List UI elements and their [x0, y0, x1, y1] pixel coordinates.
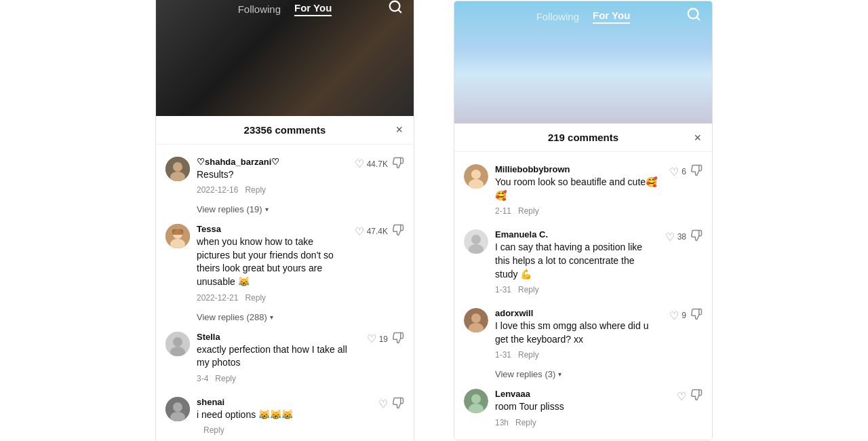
avatar: [464, 389, 488, 413]
comment-date: 2022-12-16: [197, 185, 238, 195]
like-count: 44.7K: [367, 159, 388, 169]
right-video-area: Following For You: [454, 1, 712, 123]
right-comments-section: 219 comments × Milliebobbybrown You room…: [454, 123, 712, 440]
right-comments-list: Milliebobbybrown You room look so beauti…: [454, 152, 712, 440]
comment-body: adorxwill I love this sm omgg also where…: [495, 308, 663, 360]
comment-text: Results?: [197, 168, 348, 182]
dislike-button[interactable]: [392, 332, 404, 347]
comment-date: 1-31: [495, 350, 511, 360]
comment-date: 3-4: [197, 374, 208, 383]
comment-body: ♡shahda_barzani♡ Results? 2022-12-16 Rep…: [197, 157, 348, 195]
comment-date: 2022-12-21: [197, 293, 238, 303]
comment-actions: ♡ 19: [367, 332, 404, 347]
table-row: Emanuela C. I can say that having a posi…: [454, 223, 712, 301]
comment-meta: 1-31 Reply: [495, 285, 658, 294]
comment-text: I love this sm omgg also where did u get…: [495, 320, 663, 346]
comment-meta: 1-31 Reply: [495, 350, 663, 360]
comment-reply-button[interactable]: Reply: [515, 418, 536, 427]
comment-body: Milliebobbybrown You room look so beauti…: [495, 164, 663, 216]
heart-icon: ♡: [355, 225, 364, 238]
like-count: 6: [682, 167, 686, 176]
table-row: shenai i need options 😹😹😹 Reply ♡: [156, 390, 414, 441]
table-row: Milliebobbybrown You room look so beauti…: [454, 157, 712, 223]
left-search-icon[interactable]: [388, 0, 403, 18]
dislike-button[interactable]: [690, 229, 703, 244]
svg-point-27: [471, 394, 481, 404]
dislike-button[interactable]: [392, 397, 404, 412]
right-search-icon[interactable]: [686, 7, 701, 25]
right-tab-for-you[interactable]: For You: [593, 9, 630, 24]
comment-username: Milliebobbybrown: [495, 164, 663, 174]
comment-reply-button[interactable]: Reply: [245, 293, 266, 303]
table-row: Lenvaaa room Tour plisss 13h Reply ♡: [454, 382, 712, 434]
comment-actions: ♡ 6: [669, 164, 703, 179]
comment-actions: ♡: [378, 397, 404, 412]
heart-icon: ♡: [665, 231, 675, 244]
comment-reply-button[interactable]: Reply: [518, 350, 539, 360]
dislike-button[interactable]: [690, 164, 703, 179]
like-button[interactable]: ♡ 6: [669, 166, 686, 178]
table-row: Tessa when you know how to take pictures…: [156, 217, 414, 309]
like-button[interactable]: ♡ 9: [669, 309, 686, 322]
comment-meta: 2022-12-16 Reply: [197, 185, 348, 195]
dislike-button[interactable]: [690, 308, 703, 323]
avatar: [165, 397, 190, 421]
like-button[interactable]: ♡ 38: [665, 231, 686, 244]
comment-username: Emanuela C.: [495, 229, 658, 239]
left-close-button[interactable]: ×: [395, 123, 403, 137]
like-button[interactable]: ♡: [677, 390, 686, 403]
avatar: [464, 164, 488, 189]
left-video-area: Following For You: [156, 0, 414, 116]
right-close-button[interactable]: ×: [694, 130, 701, 145]
comment-reply-button[interactable]: Reply: [518, 285, 539, 294]
left-comments-list: ♡shahda_barzani♡ Results? 2022-12-16 Rep…: [156, 145, 414, 441]
comment-text: when you know how to take pictures but y…: [197, 235, 348, 288]
like-button[interactable]: ♡ 44.7K: [355, 157, 388, 170]
comment-date: 13h: [495, 418, 509, 427]
like-button[interactable]: ♡ 47.4K: [355, 225, 388, 238]
view-replies-button[interactable]: View replies (288) ▾: [187, 309, 414, 325]
comment-reply-button[interactable]: Reply: [518, 206, 539, 216]
left-panel: Following For You 23356 comments ×: [156, 0, 414, 441]
heart-icon: ♡: [378, 398, 388, 410]
comment-body: Stella exactly perfection that how I tak…: [197, 332, 360, 383]
view-replies-button[interactable]: View replies (19) ▾: [187, 202, 414, 217]
avatar: [464, 229, 488, 254]
like-button[interactable]: ♡: [378, 398, 388, 410]
comment-reply-button[interactable]: Reply: [245, 185, 266, 195]
comment-username: ♡shahda_barzani♡: [197, 157, 348, 167]
comment-body: Emanuela C. I can say that having a posi…: [495, 229, 658, 294]
like-button[interactable]: ♡ 19: [367, 332, 388, 345]
left-tab-following[interactable]: Following: [238, 3, 281, 15]
right-panel: Following For You 219 comments ×: [454, 1, 712, 440]
comment-text: i need options 😹😹😹: [197, 408, 372, 422]
heart-icon: ♡: [677, 390, 686, 403]
svg-rect-8: [172, 229, 183, 235]
svg-point-24: [471, 313, 481, 323]
comment-actions: ♡ 38: [665, 229, 703, 244]
heart-icon: ♡: [669, 309, 679, 322]
like-count: 47.4K: [367, 227, 388, 236]
chevron-down-icon: ▾: [270, 313, 273, 321]
table-row: ♡shahda_barzani♡ Results? 2022-12-16 Rep…: [156, 150, 414, 202]
right-tab-following[interactable]: Following: [536, 11, 579, 22]
like-count: 9: [682, 311, 686, 320]
svg-line-16: [696, 17, 699, 20]
dislike-button[interactable]: [392, 157, 404, 172]
comment-body: Tessa when you know how to take pictures…: [197, 224, 348, 302]
comment-reply-button[interactable]: Reply: [203, 425, 224, 435]
left-video-header: Following For You: [156, 2, 414, 16]
dislike-button[interactable]: [690, 389, 703, 404]
svg-point-10: [173, 337, 182, 347]
comment-reply-button[interactable]: Reply: [215, 374, 236, 383]
comment-text: You room look so beautifle and cute🥰 🥰: [495, 176, 663, 202]
left-comments-count: 23356 comments: [244, 124, 326, 136]
comment-actions: ♡ 47.4K: [355, 224, 404, 239]
left-tab-for-you[interactable]: For You: [294, 2, 332, 16]
right-comments-header: 219 comments ×: [454, 123, 712, 152]
comment-meta: 13h Reply: [495, 418, 670, 427]
comment-actions: ♡ 9: [669, 308, 703, 323]
view-replies-button[interactable]: View replies (3) ▾: [486, 366, 712, 382]
like-count: 19: [379, 334, 388, 344]
dislike-button[interactable]: [392, 224, 404, 239]
